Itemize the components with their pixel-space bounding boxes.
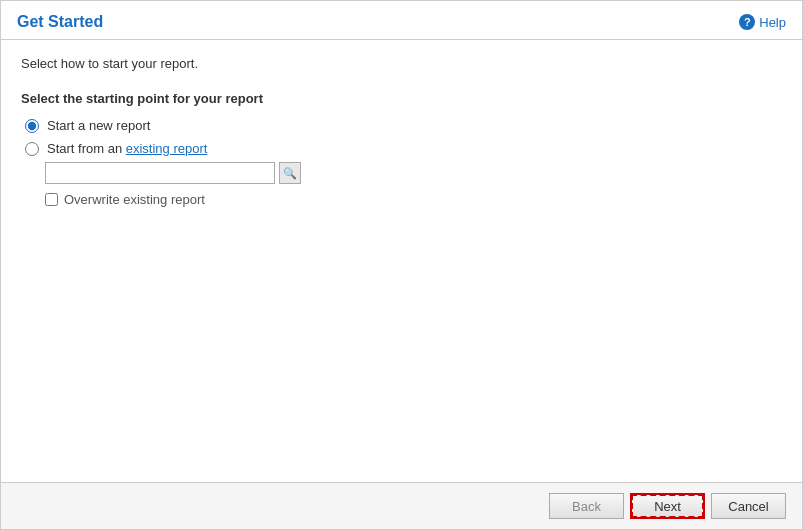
overwrite-row: Overwrite existing report (45, 192, 782, 207)
page-title: Get Started (17, 13, 103, 31)
help-icon: ? (739, 14, 755, 30)
back-button[interactable]: Back (549, 493, 624, 519)
browse-icon: 🔍 (283, 167, 297, 180)
footer: Back Next Cancel (1, 482, 802, 529)
radio-new-report[interactable]: Start a new report (25, 118, 782, 133)
help-link[interactable]: ? Help (739, 14, 786, 30)
help-label: Help (759, 15, 786, 30)
main-content: Select how to start your report. Select … (1, 40, 802, 482)
overwrite-checkbox[interactable] (45, 193, 58, 206)
radio-existing-report-input[interactable] (25, 142, 39, 156)
radio-existing-link: existing report (126, 141, 208, 156)
subtitle: Select how to start your report. (21, 56, 782, 71)
browse-button[interactable]: 🔍 (279, 162, 301, 184)
radio-group: Start a new report Start from an existin… (25, 118, 782, 156)
section-label: Select the starting point for your repor… (21, 91, 782, 106)
overwrite-label: Overwrite existing report (64, 192, 205, 207)
cancel-button[interactable]: Cancel (711, 493, 786, 519)
radio-new-report-label: Start a new report (47, 118, 150, 133)
radio-existing-prefix: Start from an (47, 141, 126, 156)
radio-existing-report[interactable]: Start from an existing report (25, 141, 782, 156)
next-button[interactable]: Next (630, 493, 705, 519)
radio-existing-report-label: Start from an existing report (47, 141, 207, 156)
page-container: Get Started ? Help Select how to start y… (0, 0, 803, 530)
existing-report-input[interactable] (45, 162, 275, 184)
existing-report-row: 🔍 (45, 162, 782, 184)
header: Get Started ? Help (1, 1, 802, 39)
radio-new-report-input[interactable] (25, 119, 39, 133)
